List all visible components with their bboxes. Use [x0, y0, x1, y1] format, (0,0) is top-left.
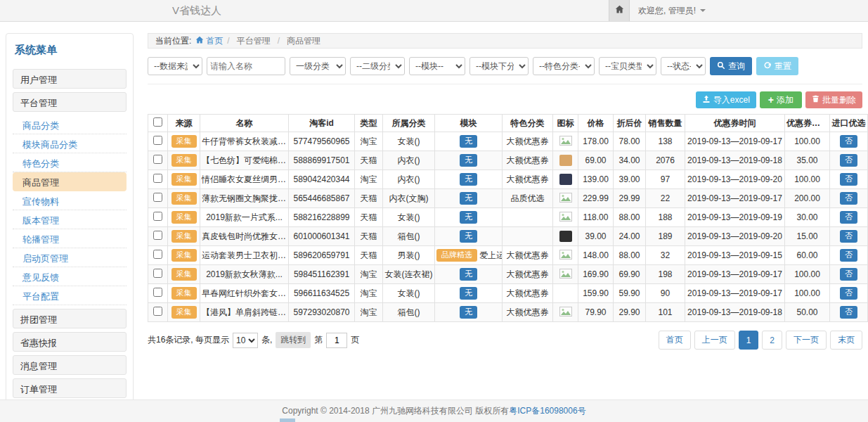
row-checkbox[interactable] — [153, 307, 162, 316]
breadcrumb-home-link[interactable]: 首页 — [195, 35, 223, 47]
batch-delete-button[interactable]: 批量删除 — [805, 91, 862, 108]
home-icon — [615, 4, 624, 17]
table-row: 采集早春网红针织外套女春...596611634525淘宝女装()无大额优惠券1… — [148, 284, 868, 303]
sidebar-item[interactable]: 商品管理 — [13, 172, 127, 191]
import-pick-badge[interactable]: 否 — [840, 211, 857, 223]
cell-taoke-id: 588216228899 — [289, 208, 355, 227]
upload-icon — [702, 95, 711, 106]
next-page-button[interactable]: 下一页 — [786, 331, 827, 350]
cell-source: 采集 — [168, 303, 200, 322]
table-row: 采集运动套装男士卫衣初秋...589620659791天猫男装()品牌精选爱上运… — [148, 246, 868, 265]
row-checkbox[interactable] — [153, 212, 162, 221]
sidebar-item[interactable]: 省惠快报 — [13, 332, 127, 352]
cell-discount-price: 29.90 — [614, 303, 646, 322]
import-pick-badge[interactable]: 否 — [840, 192, 857, 204]
cell-type: 天猫 — [355, 246, 383, 265]
row-checkbox[interactable] — [153, 136, 162, 145]
import-pick-badge[interactable]: 否 — [840, 306, 857, 318]
user-menu[interactable]: 欢迎您, 管理员! — [630, 0, 714, 21]
icp-link[interactable]: 粤ICP备16098006号 — [509, 406, 585, 416]
item-type-select[interactable]: --宝贝类型-- — [599, 57, 656, 75]
import-pick-badge[interactable]: 否 — [840, 268, 857, 280]
col-discount-price: 折后价 — [614, 115, 646, 132]
row-checkbox[interactable] — [153, 269, 162, 278]
import-pick-badge[interactable]: 否 — [840, 154, 857, 166]
cell-sales: 32 — [646, 246, 685, 265]
cell-sales: 97 — [646, 170, 685, 189]
search-icon — [717, 61, 725, 72]
jump-suffix-text: 页 — [351, 334, 359, 346]
home-button[interactable] — [609, 0, 630, 21]
cell-module: 无 — [435, 265, 503, 284]
level1-category-select[interactable]: 一级分类 — [290, 57, 346, 75]
data-source-select[interactable]: --数据来源-- — [148, 57, 202, 75]
sidebar-item[interactable]: 平台管理 — [13, 92, 127, 112]
import-pick-badge[interactable]: 否 — [840, 230, 857, 242]
module-subcategory-select[interactable]: --模块下分类-- — [469, 57, 529, 75]
cell-name: 运动套装男士卫衣初秋... — [200, 246, 289, 265]
last-page-button[interactable]: 末页 — [830, 331, 862, 350]
cell-checkbox — [148, 246, 168, 265]
copyright-text: Copyright © 2014-2018 广州九驰网络科技有限公司 版权所有 — [282, 406, 509, 416]
add-button[interactable]: + 添加 — [760, 91, 802, 108]
cell-type: 淘宝 — [355, 303, 383, 322]
feature-category-select[interactable]: --特色分类-- — [533, 57, 595, 75]
cell-name: 2019新款女秋薄款... — [200, 265, 289, 284]
row-checkbox[interactable] — [153, 155, 162, 164]
sidebar-item[interactable]: 版本管理 — [13, 210, 127, 229]
sidebar-item[interactable]: 启动页管理 — [13, 248, 127, 267]
sidebar-item[interactable]: 商品分类 — [13, 115, 127, 134]
sidebar-item[interactable]: 平台配置 — [13, 286, 127, 305]
sidebar-item[interactable]: 用户管理 — [13, 69, 127, 89]
first-page-button[interactable]: 首页 — [659, 331, 691, 350]
jump-button[interactable]: 跳转到 — [276, 332, 311, 348]
breadcrumb-item-platform[interactable]: 平台管理 — [234, 35, 273, 47]
row-checkbox[interactable] — [153, 250, 162, 259]
name-search-input[interactable] — [207, 57, 285, 75]
select-all-checkbox[interactable] — [153, 117, 162, 127]
broken-image-icon — [559, 138, 572, 148]
cell-coupon-time: 2019-09-13—2019-09-19 — [685, 208, 785, 227]
module-select[interactable]: --模块-- — [409, 57, 465, 75]
sidebar-item[interactable]: 模块商品分类 — [13, 134, 127, 153]
status-select[interactable]: --状态-- — [661, 57, 706, 75]
row-checkbox[interactable] — [153, 174, 162, 183]
sidebar-item[interactable]: 订单管理 — [13, 378, 127, 398]
jump-page-input[interactable] — [326, 333, 347, 348]
row-checkbox[interactable] — [153, 288, 162, 297]
product-thumbnail — [559, 231, 572, 242]
cell-checkbox — [148, 265, 168, 284]
cell-sales: 90 — [646, 284, 685, 303]
sidebar-item[interactable]: 轮播管理 — [13, 229, 127, 248]
cell-coupon-time: 2019-09-13—2019-09-17 — [685, 284, 785, 303]
sidebar-item[interactable]: 宣传物料 — [13, 191, 127, 210]
row-checkbox[interactable] — [153, 193, 162, 202]
page-1-button[interactable]: 1 — [739, 331, 759, 350]
page-size-select[interactable]: 10 — [233, 333, 258, 348]
reset-button-label: 重置 — [775, 60, 791, 72]
import-excel-button[interactable]: 导入excel — [696, 91, 756, 108]
import-pick-badge[interactable]: 否 — [840, 249, 857, 261]
sidebar-item[interactable]: 拼团管理 — [13, 309, 127, 328]
page-2-button[interactable]: 2 — [762, 331, 782, 350]
cell-module: 无 — [435, 170, 503, 189]
search-button-label: 查询 — [728, 60, 745, 72]
prev-page-button[interactable]: 上一页 — [694, 331, 735, 350]
breadcrumb-item-goods[interactable]: 商品管理 — [284, 35, 323, 47]
table-row: 采集【港风】单肩斜跨链条...597293020870淘宝箱包()无大额优惠券7… — [148, 303, 868, 322]
sidebar-item[interactable]: 消息管理 — [13, 355, 127, 375]
cell-discount-price: 78.00 — [614, 132, 646, 151]
sidebar-item[interactable]: 意见反馈 — [13, 267, 127, 286]
reset-button[interactable]: 重置 — [756, 57, 798, 75]
row-checkbox[interactable] — [153, 231, 162, 240]
level2-category-select[interactable]: --二级分类-- — [350, 57, 405, 75]
import-pick-badge[interactable]: 否 — [840, 173, 857, 185]
cell-category: 女装() — [383, 284, 435, 303]
search-button[interactable]: 查询 — [710, 57, 752, 75]
import-pick-badge[interactable]: 否 — [840, 135, 857, 147]
import-pick-badge[interactable]: 否 — [840, 287, 857, 299]
pagination-summary: 共16条记录, 每页显示 10 条, 跳转到 第 页 — [148, 332, 359, 348]
cell-coupon-amount: 100.00 — [785, 284, 830, 303]
cell-sales: 198 — [646, 265, 685, 284]
sidebar-item[interactable]: 特色分类 — [13, 153, 127, 172]
